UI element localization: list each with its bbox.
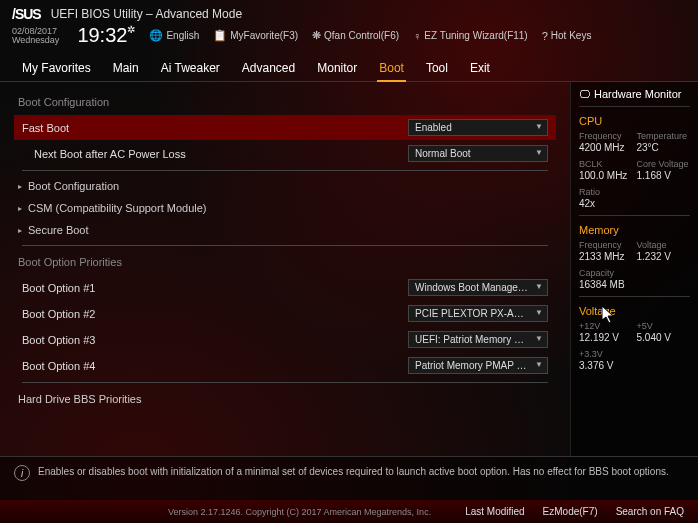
tab-boot[interactable]: Boot bbox=[377, 57, 406, 81]
next-boot-row[interactable]: Next Boot after AC Power Loss Normal Boo… bbox=[14, 141, 556, 166]
footer: Version 2.17.1246. Copyright (C) 2017 Am… bbox=[0, 500, 698, 523]
tab-my-favorites[interactable]: My Favorites bbox=[20, 57, 93, 81]
cpu-bclk: 100.0 MHz bbox=[579, 170, 633, 181]
fast-boot-dropdown[interactable]: Enabled bbox=[408, 119, 548, 136]
clock-settings-icon[interactable]: ✲ bbox=[127, 24, 135, 35]
chevron-right-icon: ▸ bbox=[18, 204, 22, 213]
voltage-5v: 5.040 V bbox=[637, 332, 691, 343]
boot-option-3-dropdown[interactable]: UEFI: Patriot Memory PMAP, Pa bbox=[408, 331, 548, 348]
boot-config-expand[interactable]: ▸Boot Configuration bbox=[14, 175, 556, 197]
hotkeys-icon: ? bbox=[542, 30, 548, 42]
myfavorite-button[interactable]: 📋MyFavorite(F3) bbox=[213, 29, 298, 42]
cpu-temperature: 23°C bbox=[637, 142, 691, 153]
datetime-block: 02/08/2017 Wednesday bbox=[12, 27, 59, 45]
tab-monitor[interactable]: Monitor bbox=[315, 57, 359, 81]
hardware-monitor-panel: 🖵Hardware Monitor CPU Frequency4200 MHz … bbox=[570, 82, 698, 456]
mem-frequency: 2133 MHz bbox=[579, 251, 633, 262]
mem-voltage: 1.232 V bbox=[637, 251, 691, 262]
cpu-frequency: 4200 MHz bbox=[579, 142, 633, 153]
tab-main[interactable]: Main bbox=[111, 57, 141, 81]
voltage-heading: Voltage bbox=[579, 305, 690, 317]
tab-bar: My Favorites Main Ai Tweaker Advanced Mo… bbox=[0, 51, 698, 82]
boot-option-2-row[interactable]: Boot Option #2 PCIE PLEXTOR PX-AG256M6e … bbox=[14, 301, 556, 326]
secure-boot-expand[interactable]: ▸Secure Boot bbox=[14, 219, 556, 241]
hw-monitor-title: 🖵Hardware Monitor bbox=[579, 88, 690, 107]
content-pane: Boot Configuration Fast Boot Enabled Nex… bbox=[0, 82, 570, 456]
mem-capacity: 16384 MB bbox=[579, 279, 633, 290]
qfan-button[interactable]: ❋Qfan Control(F6) bbox=[312, 29, 399, 42]
favorite-icon: 📋 bbox=[213, 29, 227, 42]
eztuning-button[interactable]: ♀EZ Tuning Wizard(F11) bbox=[413, 30, 528, 42]
wizard-icon: ♀ bbox=[413, 30, 421, 42]
globe-icon: 🌐 bbox=[149, 29, 163, 42]
boot-config-heading: Boot Configuration bbox=[14, 90, 556, 114]
brand-logo: /SUS bbox=[12, 6, 41, 22]
cpu-core-voltage: 1.168 V bbox=[637, 170, 691, 181]
boot-option-3-row[interactable]: Boot Option #3 UEFI: Patriot Memory PMAP… bbox=[14, 327, 556, 352]
header: /SUS UEFI BIOS Utility – Advanced Mode 0… bbox=[0, 0, 698, 51]
next-boot-dropdown[interactable]: Normal Boot bbox=[408, 145, 548, 162]
tab-exit[interactable]: Exit bbox=[468, 57, 492, 81]
tab-advanced[interactable]: Advanced bbox=[240, 57, 297, 81]
search-faq-button[interactable]: Search on FAQ bbox=[616, 506, 684, 517]
version-text: Version 2.17.1246. Copyright (C) 2017 Am… bbox=[134, 507, 465, 517]
next-boot-label: Next Boot after AC Power Loss bbox=[22, 148, 186, 160]
boot-option-4-dropdown[interactable]: Patriot Memory PMAP (30536) bbox=[408, 357, 548, 374]
cpu-ratio: 42x bbox=[579, 198, 633, 209]
voltage-12v: 12.192 V bbox=[579, 332, 633, 343]
info-icon: i bbox=[14, 465, 30, 481]
day-text: Wednesday bbox=[12, 36, 59, 45]
boot-option-4-row[interactable]: Boot Option #4 Patriot Memory PMAP (3053… bbox=[14, 353, 556, 378]
app-title: UEFI BIOS Utility – Advanced Mode bbox=[51, 7, 242, 21]
fast-boot-label: Fast Boot bbox=[22, 122, 69, 134]
chevron-right-icon: ▸ bbox=[18, 182, 22, 191]
csm-expand[interactable]: ▸CSM (Compatibility Support Module) bbox=[14, 197, 556, 219]
boot-option-1-dropdown[interactable]: Windows Boot Manager (SATA60 bbox=[408, 279, 548, 296]
hdd-bbs-row[interactable]: Hard Drive BBS Priorities bbox=[14, 387, 556, 411]
last-modified-button[interactable]: Last Modified bbox=[465, 506, 524, 517]
ezmode-button[interactable]: EzMode(F7) bbox=[543, 506, 598, 517]
cpu-heading: CPU bbox=[579, 115, 690, 127]
divider bbox=[22, 382, 548, 383]
voltage-3v3: 3.376 V bbox=[579, 360, 633, 371]
help-text: Enables or disables boot with initializa… bbox=[38, 465, 669, 478]
memory-heading: Memory bbox=[579, 224, 690, 236]
monitor-icon: 🖵 bbox=[579, 88, 590, 100]
language-button[interactable]: 🌐English bbox=[149, 29, 199, 42]
divider bbox=[22, 170, 548, 171]
clock-time: 19:32✲ bbox=[77, 24, 135, 47]
boot-option-1-row[interactable]: Boot Option #1 Windows Boot Manager (SAT… bbox=[14, 275, 556, 300]
hotkeys-button[interactable]: ?Hot Keys bbox=[542, 30, 592, 42]
boot-option-2-dropdown[interactable]: PCIE PLEXTOR PX-AG256M6e (2 bbox=[408, 305, 548, 322]
help-bar: i Enables or disables boot with initiali… bbox=[0, 456, 698, 500]
fan-icon: ❋ bbox=[312, 29, 321, 42]
fast-boot-row[interactable]: Fast Boot Enabled bbox=[14, 115, 556, 140]
tab-ai-tweaker[interactable]: Ai Tweaker bbox=[159, 57, 222, 81]
tab-tool[interactable]: Tool bbox=[424, 57, 450, 81]
boot-priorities-heading: Boot Option Priorities bbox=[14, 250, 556, 274]
divider bbox=[22, 245, 548, 246]
chevron-right-icon: ▸ bbox=[18, 226, 22, 235]
